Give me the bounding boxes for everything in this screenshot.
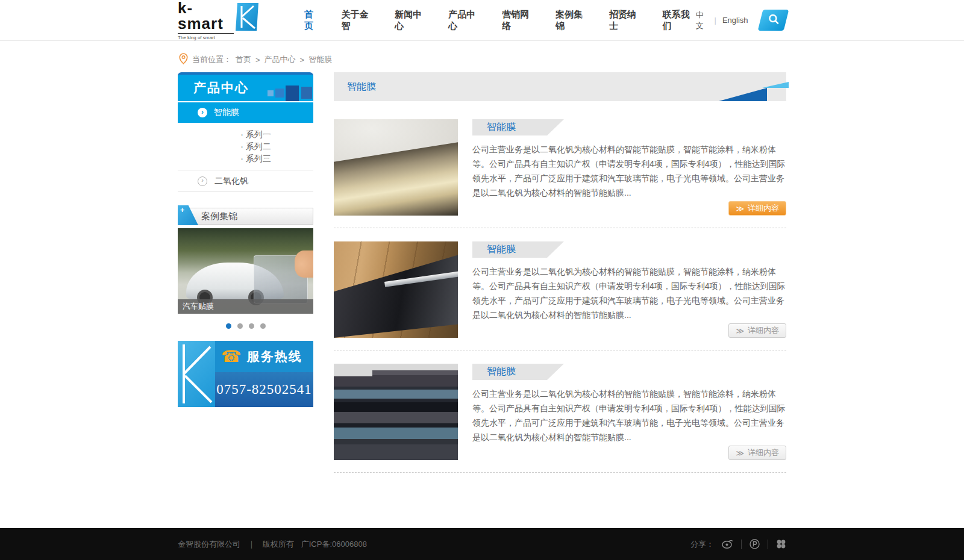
- location-pin-icon: [179, 53, 188, 66]
- sidebar-subitem-series2[interactable]: · 系列二: [178, 140, 313, 152]
- product-center-title: 产品中心: [193, 79, 249, 96]
- main-content: 智能膜 智能膜 公司主营业务是以二氧化钒为核心材料的智能节能贴膜，智能节能涂料，…: [334, 72, 786, 486]
- share-label: 分享：: [690, 539, 714, 550]
- breadcrumb-separator: >: [300, 55, 305, 64]
- bullet: ·: [240, 129, 243, 139]
- nav-products[interactable]: 产品中心: [448, 9, 481, 32]
- hotline-phone-number: 0757-82502541: [215, 372, 313, 407]
- product-image-gold-film-roll[interactable]: [334, 119, 458, 216]
- subitem-label: 系列一: [246, 129, 271, 139]
- content-header: 智能膜: [334, 72, 786, 101]
- plus-ribbon-icon: +: [178, 205, 198, 225]
- breadcrumb-current: 智能膜: [308, 54, 332, 65]
- detail-button[interactable]: ≫ 详细内容: [728, 323, 786, 338]
- footer-divider: ｜: [248, 539, 255, 550]
- product-image-film-on-floor[interactable]: [334, 241, 458, 338]
- breadcrumb-label: 当前位置：: [192, 54, 231, 65]
- footer-company: 金智股份有限公司: [178, 539, 240, 550]
- sidebar-item-label: 智能膜: [214, 107, 239, 118]
- search-button[interactable]: [757, 10, 789, 31]
- breadcrumb-home[interactable]: 首页: [236, 54, 251, 65]
- nav-cases[interactable]: 案例集锦: [556, 9, 589, 32]
- subitem-label: 系列二: [246, 142, 271, 151]
- footer-copyright: 版权所有: [263, 539, 294, 550]
- double-chevron-icon: ≫: [736, 204, 744, 213]
- cases-title: 案例集锦: [201, 211, 237, 222]
- hotline-title: 服务热线: [247, 348, 302, 365]
- main-nav: 首页 关于金智 新闻中心 产品中心 营销网络 案例集锦 招贤纳士 联系我们: [304, 9, 696, 32]
- carousel-dot-3[interactable]: [249, 323, 254, 329]
- product-title[interactable]: 智能膜: [472, 364, 564, 380]
- logo[interactable]: k-smart The king of smart: [178, 0, 258, 40]
- phone-icon: ☎: [221, 349, 242, 365]
- carousel-dot-2[interactable]: [237, 323, 243, 329]
- breadcrumb-section[interactable]: 产品中心: [264, 54, 296, 65]
- footer-icon-divider: [768, 540, 768, 549]
- product-title[interactable]: 智能膜: [472, 241, 564, 258]
- k-logo-panel: [178, 341, 215, 407]
- sidebar-item-label: 二氧化钒: [214, 176, 248, 187]
- product-center-header: 产品中心: [178, 72, 313, 101]
- product-title[interactable]: 智能膜: [472, 119, 564, 135]
- triangle-decoration-light: [762, 82, 789, 88]
- lang-zh[interactable]: 中文: [696, 10, 709, 31]
- footer: 金智股份有限公司 ｜ 版权所有 广ICP备:06006808 分享：: [0, 528, 964, 560]
- subitem-label: 系列三: [246, 154, 271, 163]
- nav-about[interactable]: 关于金智: [341, 9, 374, 32]
- case-carousel-image[interactable]: 汽车贴膜: [178, 228, 313, 314]
- nav-jobs[interactable]: 招贤纳士: [609, 9, 642, 32]
- logo-text: k-smart: [178, 0, 234, 31]
- footer-icon-divider: [741, 540, 742, 549]
- lang-en[interactable]: English: [722, 16, 748, 25]
- sidebar: 产品中心 › 智能膜 · 系列一 · 系列二 · 系列三 › 二氧化钒: [178, 72, 313, 486]
- hand-shape: [295, 250, 314, 278]
- cases-header: + 案例集锦: [178, 208, 313, 225]
- sidebar-subitem-series1[interactable]: · 系列一: [178, 128, 313, 140]
- case-caption: 汽车贴膜: [178, 299, 313, 314]
- top-header: k-smart The king of smart 首页 关于金智 新闻中心 产…: [0, 0, 964, 41]
- service-hotline-widget: ☎ 服务热线 0757-82502541: [178, 341, 313, 407]
- product-image-dark-film-rolls[interactable]: [334, 364, 458, 460]
- double-chevron-icon: ≫: [736, 326, 744, 335]
- carousel-dot-1[interactable]: [226, 323, 231, 329]
- lang-divider: |: [715, 16, 716, 25]
- nav-news[interactable]: 新闻中心: [395, 9, 428, 32]
- product-description: 公司主营业务是以二氧化钒为核心材料的智能节能贴膜，智能节能涂料，纳米粉体等。公司…: [472, 264, 786, 322]
- product-description: 公司主营业务是以二氧化钒为核心材料的智能节能贴膜，智能节能涂料，纳米粉体等。公司…: [472, 387, 786, 444]
- detail-button[interactable]: ≫ 详细内容: [728, 201, 786, 216]
- sidebar-subitem-series3[interactable]: · 系列三: [178, 152, 313, 164]
- weibo-icon[interactable]: [722, 540, 733, 549]
- triangle-decoration-dark: [719, 88, 767, 101]
- chevron-right-icon: ›: [198, 108, 207, 117]
- detail-button-label: 详细内容: [748, 325, 779, 336]
- carousel-dots: [178, 323, 313, 329]
- bullet: ·: [240, 154, 243, 163]
- page-title: 智能膜: [347, 81, 376, 93]
- hotline-title-row: ☎ 服务热线: [215, 341, 313, 372]
- sidebar-item-smart-film[interactable]: › 智能膜: [178, 102, 313, 123]
- chevron-right-icon: ›: [198, 176, 207, 186]
- footer-icp: 广ICP备:06006808: [301, 539, 367, 550]
- detail-button-label: 详细内容: [748, 203, 779, 214]
- language-switch: 中文 | English: [696, 10, 748, 31]
- sidebar-submenu: · 系列一 · 系列二 · 系列三: [178, 123, 313, 170]
- search-icon: [766, 14, 780, 27]
- clover-share-icon[interactable]: [776, 539, 786, 549]
- product-description: 公司主营业务是以二氧化钒为核心材料的智能节能贴膜，智能节能涂料，纳米粉体等。公司…: [472, 142, 786, 200]
- breadcrumb: 当前位置： 首页 > 产品中心 > 智能膜: [179, 53, 786, 66]
- sidebar-item-vanadium-dioxide[interactable]: › 二氧化钒: [178, 170, 313, 192]
- nav-home[interactable]: 首页: [304, 9, 321, 32]
- detail-button-label: 详细内容: [748, 447, 779, 458]
- logo-tagline: The king of smart: [178, 33, 234, 40]
- carousel-dot-4[interactable]: [260, 323, 266, 329]
- detail-button[interactable]: ≫ 详细内容: [728, 446, 786, 460]
- k-logo-icon: [236, 3, 258, 33]
- nav-contact[interactable]: 联系我们: [663, 9, 696, 32]
- nav-marketing[interactable]: 营销网络: [502, 9, 535, 32]
- pixel-decoration: [301, 87, 312, 99]
- p-circle-share-icon[interactable]: [750, 539, 760, 549]
- pixel-decoration: [275, 89, 284, 98]
- pixel-decoration: [286, 86, 299, 101]
- double-chevron-icon: ≫: [736, 449, 744, 458]
- breadcrumb-separator: >: [255, 55, 260, 64]
